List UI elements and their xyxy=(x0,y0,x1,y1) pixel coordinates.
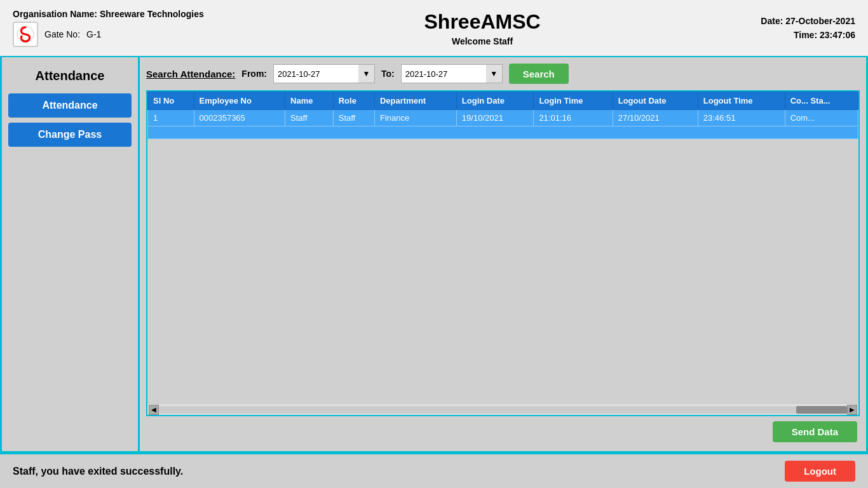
org-name: Organisation Name: Shreeware Technologie… xyxy=(13,9,204,19)
from-date-wrapper: ▼ xyxy=(273,64,375,83)
search-attendance-label: Search Attendance: xyxy=(146,69,235,79)
app-title: ShreeAMSC xyxy=(424,10,541,34)
table-scroll-area[interactable]: Sl No Employee No Name Role Department L… xyxy=(147,92,858,403)
send-data-row: Send Data xyxy=(146,416,860,445)
attendance-button[interactable]: Attendance xyxy=(8,93,132,118)
col-emp-no: Employee No xyxy=(194,92,285,110)
table-header: Sl No Employee No Name Role Department L… xyxy=(148,92,858,110)
scroll-thumb[interactable] xyxy=(796,406,847,414)
to-date-wrapper: ▼ xyxy=(401,64,503,83)
time-display: Time: 23:47:06 xyxy=(761,30,855,40)
from-label: From: xyxy=(241,69,267,79)
attendance-table-container: Sl No Employee No Name Role Department L… xyxy=(146,90,860,416)
main-layout: Attendance Attendance Change Pass Search… xyxy=(0,57,868,453)
welcome-text: Welcome Staff xyxy=(424,36,541,46)
table-body: 10002357365StaffStaffFinance19/10/202121… xyxy=(148,110,858,139)
col-name: Name xyxy=(285,92,334,110)
search-bar: Search Attendance: From: ▼ To: ▼ Search xyxy=(146,64,860,84)
gate-label: Gate No: xyxy=(44,29,80,39)
gate-value: G-1 xyxy=(86,29,101,39)
gate-row: Gate No: G-1 xyxy=(13,22,204,47)
col-role: Role xyxy=(333,92,374,110)
logo-svg xyxy=(16,25,35,44)
col-logout-time: Logout Time xyxy=(698,92,785,110)
table-row[interactable]: 10002357365StaffStaffFinance19/10/202121… xyxy=(148,110,858,126)
from-calendar-button[interactable]: ▼ xyxy=(358,64,375,83)
send-data-button[interactable]: Send Data xyxy=(773,421,857,442)
col-sl-no: Sl No xyxy=(148,92,194,110)
attendance-table: Sl No Employee No Name Role Department L… xyxy=(147,92,858,139)
col-login-date: Login Date xyxy=(456,92,534,110)
logo-icon xyxy=(13,22,38,47)
col-logout-date: Logout Date xyxy=(613,92,698,110)
footer: Staff, you have exited successfully. Log… xyxy=(0,453,868,488)
change-pass-button[interactable]: Change Pass xyxy=(8,123,132,147)
header: Organisation Name: Shreeware Technologie… xyxy=(0,0,868,57)
header-right: Date: 27-October-2021 Time: 23:47:06 xyxy=(761,16,855,40)
to-label: To: xyxy=(381,69,395,79)
content-area: Search Attendance: From: ▼ To: ▼ Search … xyxy=(140,57,868,453)
scroll-left-arrow[interactable]: ◀ xyxy=(149,405,159,415)
col-co-sta: Co... Sta... xyxy=(785,92,858,110)
sidebar-title: Attendance xyxy=(8,64,132,88)
col-department: Department xyxy=(374,92,456,110)
footer-message: Staff, you have exited successfully. xyxy=(13,466,183,477)
scroll-right-arrow[interactable]: ▶ xyxy=(847,405,857,415)
date-display: Date: 27-October-2021 xyxy=(761,16,855,26)
horizontal-scrollbar[interactable]: ◀ ▶ xyxy=(147,403,858,415)
table-row-highlight xyxy=(148,126,858,139)
scroll-track[interactable] xyxy=(159,406,847,414)
table-header-row: Sl No Employee No Name Role Department L… xyxy=(148,92,858,110)
col-login-time: Login Time xyxy=(534,92,613,110)
sidebar: Attendance Attendance Change Pass xyxy=(0,57,140,453)
search-button[interactable]: Search xyxy=(509,64,569,84)
to-calendar-button[interactable]: ▼ xyxy=(486,64,503,83)
logout-button[interactable]: Logout xyxy=(785,461,855,482)
header-center: ShreeAMSC Welcome Staff xyxy=(424,10,541,46)
header-left: Organisation Name: Shreeware Technologie… xyxy=(13,9,204,47)
